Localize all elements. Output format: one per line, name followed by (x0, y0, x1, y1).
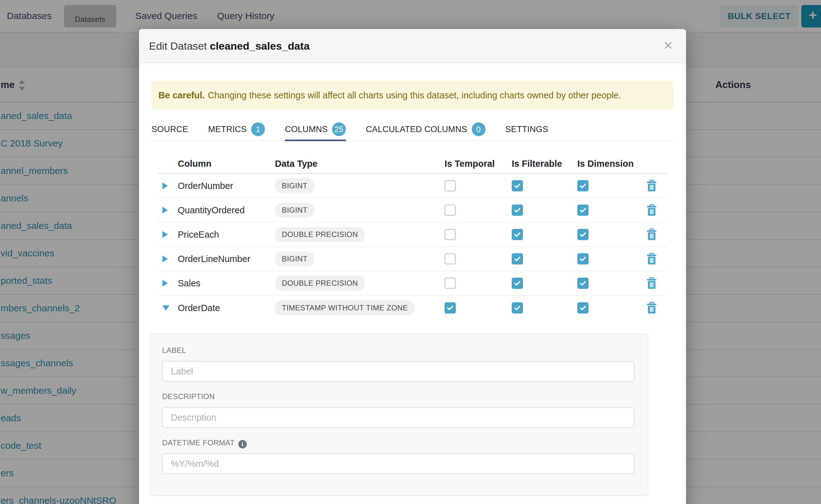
tab-settings[interactable]: SETTINGS (506, 118, 548, 141)
is-temporal-checkbox[interactable] (445, 253, 456, 264)
expand-caret-icon[interactable] (162, 280, 168, 287)
column-row: OrderNumber BIGINT (158, 174, 667, 198)
expand-caret-icon[interactable] (162, 255, 168, 262)
is-filterable-checkbox[interactable] (512, 205, 523, 216)
tab-label: SETTINGS (506, 125, 548, 134)
description-input[interactable] (162, 407, 635, 428)
tab-label: COLUMNS (285, 125, 328, 134)
tab-label: SOURCE (151, 125, 188, 134)
is-temporal-header: Is Temporal (438, 159, 505, 169)
expand-caret-icon[interactable] (162, 182, 168, 189)
expand-caret-icon[interactable] (162, 231, 168, 238)
column-row-expanded: OrderDate TIMESTAMP WITHOUT TIME ZONE (158, 296, 667, 320)
column-name: OrderLineNumber (173, 254, 275, 264)
datatype-header: Data Type (275, 159, 438, 169)
is-dimension-header: Is Dimension (570, 159, 636, 169)
is-filterable-checkbox[interactable] (512, 229, 523, 240)
datetime-format-input[interactable] (162, 453, 635, 474)
column-row: OrderLineNumber BIGINT (158, 247, 667, 271)
is-dimension-checkbox[interactable] (577, 253, 589, 264)
modal-header: Edit Dataset cleaned_sales_data ✕ (139, 29, 686, 63)
description-field-label: DESCRIPTION (162, 392, 215, 401)
column-header: Column (173, 159, 275, 169)
is-temporal-checkbox[interactable] (445, 180, 456, 191)
is-filterable-checkbox[interactable] (512, 278, 523, 289)
edit-dataset-modal: Edit Dataset cleaned_sales_data ✕ Be car… (139, 29, 686, 504)
tab-columns[interactable]: COLUMNS25 (285, 118, 346, 141)
modal-title-prefix: Edit Dataset (149, 40, 207, 52)
column-row: PriceEach DOUBLE PRECISION (158, 223, 667, 247)
delete-column-trash-icon[interactable] (646, 302, 657, 314)
is-filterable-checkbox[interactable] (512, 253, 523, 264)
info-icon[interactable] (238, 440, 247, 448)
is-filterable-header: Is Filterable (505, 159, 570, 169)
metrics-count-badge: 1 (251, 122, 265, 136)
columns-table: Column Data Type Is Temporal Is Filterab… (158, 155, 667, 320)
column-detail-panel: LABEL DESCRIPTION DATETIME FORMAT (150, 334, 648, 496)
is-dimension-checkbox[interactable] (577, 229, 589, 240)
delete-column-trash-icon[interactable] (646, 277, 657, 289)
tab-metrics[interactable]: METRICS1 (208, 118, 265, 141)
is-dimension-checkbox[interactable] (577, 205, 589, 216)
tab-calculated-columns[interactable]: CALCULATED COLUMNS0 (366, 118, 485, 141)
tab-label: CALCULATED COLUMNS (366, 125, 467, 134)
expand-caret-icon[interactable] (162, 207, 168, 214)
is-dimension-checkbox[interactable] (577, 278, 589, 289)
warning-banner-bold: Be careful. (158, 90, 205, 101)
column-name: OrderNumber (173, 181, 275, 191)
collapse-caret-icon[interactable] (162, 305, 169, 311)
modal-tabs: SOURCE METRICS1 COLUMNS25 CALCULATED COL… (151, 118, 674, 141)
label-field-label: LABEL (162, 346, 186, 355)
label-input[interactable] (162, 361, 635, 382)
is-filterable-checkbox[interactable] (512, 180, 523, 191)
column-name: QuantityOrdered (173, 205, 275, 215)
datetime-format-label-text: DATETIME FORMAT (162, 438, 235, 447)
modal-title-dataset-name: cleaned_sales_data (210, 40, 309, 52)
is-temporal-checkbox[interactable] (445, 205, 456, 216)
tab-label: METRICS (208, 125, 247, 134)
is-temporal-checkbox[interactable] (445, 302, 456, 314)
delete-column-trash-icon[interactable] (646, 253, 657, 265)
calculated-columns-count-badge: 0 (472, 122, 486, 136)
app-root: Databases Datasets Saved Queries Query H… (0, 0, 821, 504)
delete-column-trash-icon[interactable] (646, 228, 657, 241)
column-name: Sales (173, 278, 275, 289)
columns-table-header: Column Data Type Is Temporal Is Filterab… (158, 155, 667, 174)
delete-column-trash-icon[interactable] (646, 204, 657, 216)
is-temporal-checkbox[interactable] (445, 229, 456, 240)
column-name: OrderDate (173, 303, 275, 313)
column-row: QuantityOrdered BIGINT (158, 198, 667, 223)
modal-title: Edit Dataset cleaned_sales_data (149, 29, 309, 63)
datatype-pill: BIGINT (275, 251, 314, 266)
datatype-pill: TIMESTAMP WITHOUT TIME ZONE (275, 300, 415, 315)
datetime-format-field-label: DATETIME FORMAT (162, 438, 247, 448)
datatype-pill: BIGINT (275, 203, 314, 218)
is-dimension-checkbox[interactable] (577, 302, 589, 314)
warning-banner-text: Changing these settings will affect all … (208, 90, 621, 101)
is-dimension-checkbox[interactable] (577, 180, 589, 191)
tab-source[interactable]: SOURCE (151, 118, 188, 141)
warning-banner: Be careful. Changing these settings will… (151, 81, 674, 110)
datatype-pill: BIGINT (275, 178, 314, 193)
is-temporal-checkbox[interactable] (445, 278, 456, 289)
is-filterable-checkbox[interactable] (512, 302, 523, 314)
datatype-pill: DOUBLE PRECISION (275, 227, 365, 242)
column-name: PriceEach (173, 230, 275, 240)
columns-count-badge: 25 (332, 122, 346, 136)
close-icon[interactable]: ✕ (657, 29, 679, 63)
column-row: Sales DOUBLE PRECISION (158, 271, 667, 296)
delete-column-trash-icon[interactable] (646, 180, 657, 192)
datatype-pill: DOUBLE PRECISION (275, 276, 365, 291)
